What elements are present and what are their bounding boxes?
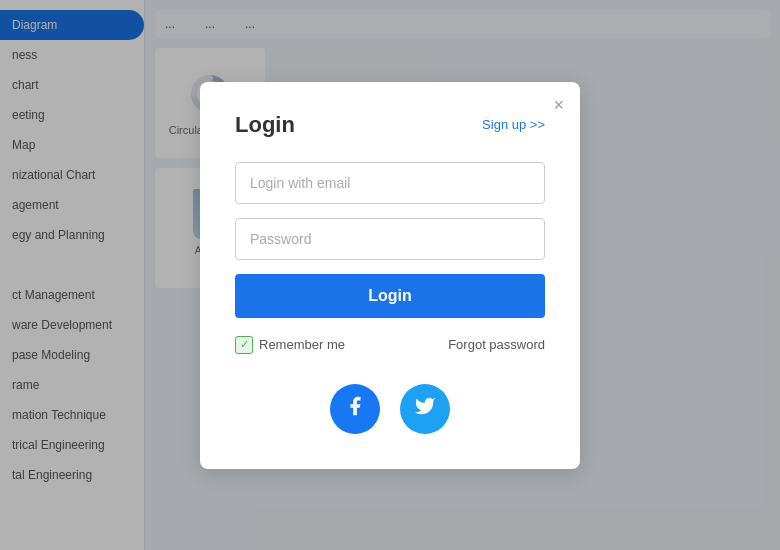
facebook-icon <box>344 395 366 423</box>
remember-me-label[interactable]: ✓ Remember me <box>235 336 345 354</box>
login-options: ✓ Remember me Forgot password <box>235 336 545 354</box>
email-input[interactable] <box>235 162 545 204</box>
signup-link[interactable]: Sign up >> <box>482 117 545 132</box>
remember-me-text: Remember me <box>259 337 345 352</box>
facebook-login-button[interactable] <box>330 384 380 434</box>
login-button[interactable]: Login <box>235 274 545 318</box>
twitter-icon <box>414 395 436 423</box>
social-buttons <box>235 384 545 434</box>
remember-me-checkbox[interactable]: ✓ <box>235 336 253 354</box>
modal-header: Login Sign up >> <box>235 112 545 138</box>
password-input[interactable] <box>235 218 545 260</box>
forgot-password-link[interactable]: Forgot password <box>448 337 545 352</box>
modal-title: Login <box>235 112 295 138</box>
modal-overlay[interactable]: × Login Sign up >> Login ✓ Remember me F… <box>0 0 780 550</box>
login-modal: × Login Sign up >> Login ✓ Remember me F… <box>200 82 580 469</box>
close-button[interactable]: × <box>553 96 564 114</box>
twitter-login-button[interactable] <box>400 384 450 434</box>
